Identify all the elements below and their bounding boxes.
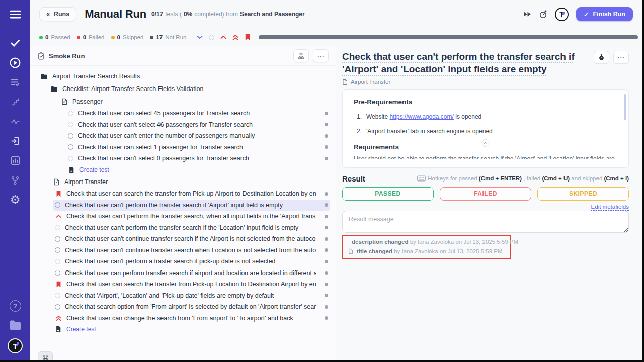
status-circle-icon <box>68 156 73 161</box>
status-dot-icon <box>39 36 43 39</box>
tree-test-item[interactable]: Check that user can't perform a trasfer … <box>30 256 336 267</box>
settings-gear-icon[interactable]: ⚙ <box>0 190 30 210</box>
percent-completed: 0% <box>184 11 192 18</box>
tree-test-item[interactable]: Check that user can't continue transfer … <box>30 233 336 245</box>
test-state-dot <box>325 305 328 309</box>
back-button-label: Runs <box>54 11 69 18</box>
tree-test-item[interactable]: Check that user can't select 0 passenger… <box>30 153 336 164</box>
menu-icon[interactable] <box>0 2 30 26</box>
tree-view-toggle-button[interactable] <box>293 49 309 62</box>
test-plans-icon[interactable] <box>0 72 30 92</box>
tree-test-item[interactable]: Check that user can select 45 passengers… <box>30 108 336 119</box>
status-dot-icon <box>150 36 153 39</box>
pre-requirements-heading: Pre-Requirements <box>354 98 617 106</box>
test-title[interactable]: Check that user can't perform the transf… <box>342 50 601 76</box>
result-message-input[interactable] <box>342 211 629 233</box>
failed-button[interactable]: FAILED <box>440 187 531 201</box>
history-item: description changed by Iana Zavoloka on … <box>348 239 505 245</box>
tree-test-item[interactable]: Check that user can search the transfer … <box>30 279 336 290</box>
run-progress-bar <box>259 35 638 39</box>
avatar-letter: T <box>559 10 564 18</box>
status-circle-icon <box>55 236 60 242</box>
test-parent-tag[interactable]: Airport Transfer <box>342 79 629 85</box>
tree-item-label: Check that user can select 45 passengers… <box>78 110 316 117</box>
tree-test-item[interactable]: Check that user can't perform the transf… <box>30 211 336 222</box>
clipboard-icon <box>37 52 44 60</box>
tree-doc-item[interactable]: Airport Transfer <box>30 175 336 188</box>
status-count: 0Skipped <box>111 34 144 40</box>
page-title: Manual Run <box>85 8 146 21</box>
bookmark-filter-icon[interactable] <box>245 34 251 41</box>
tree-test-item[interactable]: Check that user can't perform the transf… <box>30 200 336 211</box>
test-state-dot <box>325 260 328 263</box>
chevron-up-icon[interactable] <box>220 35 226 39</box>
card-scrollbar-thumb[interactable] <box>624 94 626 120</box>
workspace-avatar[interactable]: T <box>8 338 23 353</box>
test-tree-pane: Smoke Run ⋯ Airport Transfer Search Resu… <box>30 46 336 360</box>
document-icon <box>53 178 60 186</box>
tree-test-item[interactable]: Check that 'Airport', 'Location' and 'Pi… <box>30 290 336 302</box>
prereq-text: 'Airport transfer' tab in search engine … <box>366 128 493 135</box>
double-chevron-up-icon[interactable] <box>232 34 238 41</box>
status-circle-icon <box>55 225 60 230</box>
back-to-runs-button[interactable]: « Runs <box>39 7 76 21</box>
create-test-link[interactable]: Create test <box>30 324 336 335</box>
tree-test-item[interactable]: Check that user can perform transfer sea… <box>30 267 336 279</box>
check-nav-icon[interactable] <box>0 33 30 53</box>
import-signin-icon[interactable] <box>0 131 30 151</box>
status-circle-icon <box>68 144 73 150</box>
tree-item-label: Checklist: Airport Transfer Search Field… <box>62 85 328 93</box>
status-counts: 0Passed0Failed0Skipped17Not Run <box>39 34 193 40</box>
branch-icon[interactable] <box>0 170 30 190</box>
stopwatch-button[interactable] <box>594 51 609 64</box>
status-circle-icon <box>55 259 60 264</box>
tree-item-label: Check that user can't select 0 passenger… <box>78 155 316 162</box>
tree-test-item[interactable]: Check that user can change the search fr… <box>30 313 336 324</box>
tree-item-label: Check that user can't perform the transf… <box>65 224 316 231</box>
runs-play-icon[interactable] <box>0 53 30 72</box>
agoda-link[interactable]: https://www.agoda.com/ <box>389 113 453 120</box>
milestones-steps-icon[interactable] <box>0 92 30 112</box>
tree-test-item[interactable]: Check that user can select 1 passenger f… <box>30 142 336 153</box>
finish-run-button[interactable]: ✓ Finish Run <box>576 7 633 21</box>
prereq-text: Website https://www.agoda.com/ is opened <box>366 113 481 120</box>
edit-metafields-link[interactable]: Edit metafields <box>591 204 629 210</box>
tree-doc-item[interactable]: Passenger <box>30 95 336 108</box>
status-circle-icon <box>55 202 60 208</box>
projects-folder-icon[interactable] <box>0 320 30 330</box>
test-more-button[interactable]: ⋯ <box>613 51 629 64</box>
tree-item-label: Check that user can perform transfer sea… <box>65 269 316 277</box>
tree-test-item[interactable]: Check that user can search the transfer … <box>30 188 336 200</box>
skipped-button[interactable]: SKIPPED <box>537 187 629 201</box>
create-test-link[interactable]: Create test <box>30 164 336 176</box>
tree-test-item[interactable]: Check that user can't continue transfer … <box>30 245 336 256</box>
chevron-down-icon[interactable] <box>197 35 203 39</box>
parent-suite-label: Airport Transfer <box>351 79 390 85</box>
test-state-dot <box>325 316 328 320</box>
source-plan-name: Search and Passenger <box>240 11 305 18</box>
more-icon: ⋯ <box>618 53 625 61</box>
tree-test-item[interactable]: Check that user can't enter the number o… <box>30 130 336 142</box>
retry-timer-icon[interactable] <box>539 10 547 19</box>
collapse-handle-icon[interactable] <box>482 139 490 147</box>
tree-item-label: Check that user can't perform the transf… <box>65 202 316 209</box>
status-dot-icon <box>111 36 115 39</box>
activity-pulse-icon[interactable] <box>0 112 30 131</box>
command-shortcut-button[interactable]: ⌘ <box>38 351 53 360</box>
tree-test-item[interactable]: Check that user can't select 46 passenge… <box>30 119 336 131</box>
tree-test-item[interactable]: Check that search option from 'From airp… <box>30 301 336 313</box>
help-icon[interactable]: ? <box>10 300 21 312</box>
tree-folder-item[interactable]: Airport Transfer Search Results <box>30 70 336 82</box>
user-avatar[interactable]: T <box>555 8 569 21</box>
reports-chart-icon[interactable] <box>0 151 30 170</box>
tree-test-item[interactable]: Check that user can't perform the transf… <box>30 222 336 234</box>
app-rail: ⚙ ? T <box>0 0 30 360</box>
suite-more-button[interactable]: ⋯ <box>313 49 329 62</box>
not-run-filter-icon[interactable] <box>209 35 214 40</box>
fast-forward-icon[interactable] <box>523 11 531 17</box>
finish-run-label: Finish Run <box>593 11 625 18</box>
passed-button[interactable]: PASSED <box>342 187 434 201</box>
tree-item-label: Passenger <box>72 98 328 105</box>
subtitle-text-2: completed) from <box>194 11 238 18</box>
tree-folder-item[interactable]: Checklist: Airport Transfer Search Field… <box>30 82 336 95</box>
